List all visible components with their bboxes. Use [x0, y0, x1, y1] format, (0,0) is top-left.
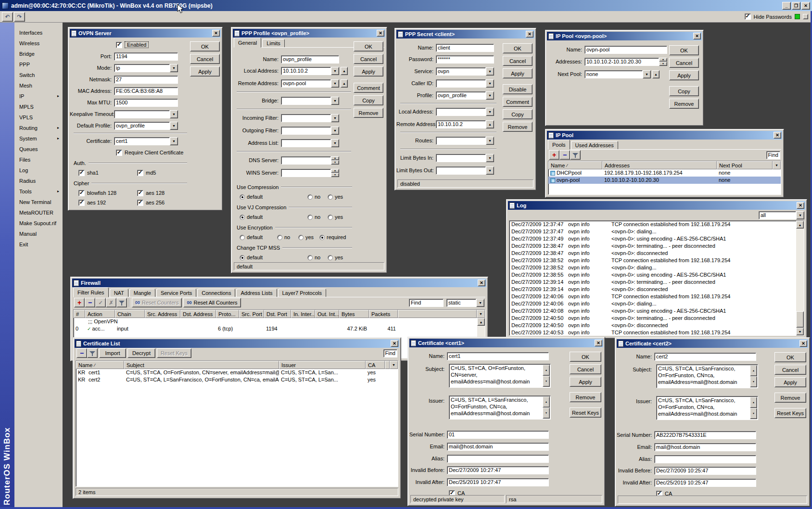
- log-row[interactable]: Dec/27/2009 12:38:55ovpn info<ovpn-0>: u…: [509, 271, 796, 279]
- tab-layer7[interactable]: Layer7 Protocols: [278, 289, 327, 297]
- chevron-down-icon[interactable]: ▼: [643, 70, 651, 78]
- serial-number-input[interactable]: 01: [447, 431, 549, 439]
- spin-down-icon[interactable]: ▼: [331, 160, 339, 165]
- comment-button[interactable]: Comment: [354, 83, 383, 93]
- tab-limits[interactable]: Limits: [262, 39, 285, 48]
- profile-select[interactable]: ovpn_profile: [436, 91, 486, 100]
- collapse-icon[interactable]: ▲: [341, 67, 348, 75]
- spin-down-icon[interactable]: ▼: [659, 62, 667, 66]
- column-selector-icon[interactable]: ▼: [477, 310, 485, 318]
- col-next-pool[interactable]: Next Pool: [717, 161, 773, 169]
- subject-textarea[interactable]: C=US, ST=CA, L=SanFrancisco, O=FortFunst…: [656, 364, 758, 388]
- remote-address-input[interactable]: 10.10.10.2: [436, 120, 486, 128]
- log-row[interactable]: Dec/27/2009 12:40:53ovpn infoTCP connect…: [509, 329, 796, 335]
- dns-server-input[interactable]: [281, 156, 331, 165]
- ip-pool-dialog-titlebar[interactable]: IP Pool <ovpn-pool> ✕: [547, 32, 702, 40]
- tab-service-ports[interactable]: Service Ports: [156, 289, 196, 297]
- tab-general[interactable]: General: [234, 38, 261, 48]
- log-row[interactable]: Dec/27/2009 12:40:06ovpn infoTCP connect…: [509, 293, 796, 300]
- chevron-down-icon[interactable]: ▼: [486, 166, 494, 175]
- ovpn-server-titlebar[interactable]: OVPN Server ✕: [70, 29, 221, 38]
- sidebar-item-exit[interactable]: Exit: [14, 239, 63, 250]
- chevron-down-icon[interactable]: ▼: [331, 114, 339, 122]
- chevron-down-icon[interactable]: ▼: [796, 211, 804, 219]
- spin-down-icon[interactable]: ▼: [543, 407, 550, 419]
- wins-server-input[interactable]: [281, 169, 331, 177]
- col-issuer[interactable]: Issuer: [279, 361, 366, 369]
- use-encryption-required-radio[interactable]: [319, 235, 325, 240]
- ok-button[interactable]: OK: [669, 45, 699, 55]
- apply-button[interactable]: Apply: [774, 377, 806, 387]
- reset-keys-button[interactable]: Reset Keys: [157, 348, 191, 358]
- use-encryption-default-radio[interactable]: [240, 235, 245, 240]
- auth-md5-checkbox[interactable]: [137, 170, 143, 176]
- sidebar-item-queues[interactable]: Queues: [14, 144, 63, 154]
- apply-button[interactable]: Apply: [503, 68, 533, 78]
- log-row[interactable]: Dec/27/2009 12:38:52ovpn infoTCP connect…: [509, 257, 796, 264]
- close-icon[interactable]: ✕: [391, 340, 398, 347]
- pool-row-ovpn-pool[interactable]: ovpn-pool 10.10.10.2-10.10.20.30 none: [548, 177, 781, 184]
- apply-button[interactable]: Apply: [570, 377, 601, 387]
- auth-sha1-checkbox[interactable]: [78, 170, 85, 176]
- name-input[interactable]: ovpn_profile: [281, 55, 339, 64]
- tab-connections[interactable]: Connections: [197, 289, 235, 297]
- change-tcp-mss-default-radio[interactable]: [240, 255, 245, 260]
- col-src-address[interactable]: Src. Address: [145, 310, 180, 318]
- enabled-checkbox[interactable]: [116, 42, 122, 48]
- collapse-icon[interactable]: ▲: [341, 79, 348, 88]
- add-pool-icon[interactable]: +: [549, 150, 559, 160]
- sidebar-item-tools[interactable]: Tools▸: [14, 186, 63, 197]
- close-icon[interactable]: ✕: [478, 280, 485, 286]
- col-protocol[interactable]: Proto...: [216, 310, 239, 318]
- decrypt-button[interactable]: Decrypt: [127, 348, 155, 358]
- col-bytes[interactable]: Bytes: [339, 310, 369, 318]
- col-number[interactable]: #: [74, 310, 85, 318]
- change-tcp-mss-yes-radio[interactable]: [328, 255, 333, 260]
- local-address-select[interactable]: 10.10.10.2: [281, 67, 331, 75]
- maximize-button[interactable]: ❐: [792, 2, 800, 10]
- scroll-up-icon[interactable]: ▲: [796, 221, 804, 229]
- add-rule-icon[interactable]: +: [74, 298, 85, 307]
- spin-up-icon[interactable]: ▲: [543, 365, 550, 376]
- tab-nat[interactable]: NAT: [110, 289, 128, 297]
- routes-select[interactable]: [436, 137, 486, 145]
- issuer-textarea[interactable]: C=US, ST=CA, L=SanFrancisco, O=FortFunst…: [449, 395, 551, 420]
- spin-up-icon[interactable]: ▲: [543, 396, 550, 407]
- name-input[interactable]: ovpn-pool: [584, 46, 667, 54]
- col-ca[interactable]: CA: [366, 361, 385, 369]
- ok-button[interactable]: OK: [354, 41, 383, 51]
- col-addresses[interactable]: Addresses: [602, 161, 717, 169]
- cipher-aes256-checkbox[interactable]: [137, 200, 143, 206]
- chevron-down-icon[interactable]: ▼: [170, 122, 178, 130]
- chevron-down-icon[interactable]: ▼: [170, 64, 178, 72]
- address-list-select[interactable]: [281, 139, 331, 147]
- spin-down-icon[interactable]: ▼: [750, 408, 757, 419]
- remove-button[interactable]: Remove: [503, 122, 533, 132]
- cancel-button[interactable]: Cancel: [354, 54, 383, 64]
- scroll-down-icon[interactable]: ▼: [796, 328, 804, 335]
- outgoing-filter-select[interactable]: [281, 127, 331, 135]
- reset-counters-button[interactable]: 00Reset Counters: [132, 298, 182, 307]
- cancel-button[interactable]: Cancel: [190, 54, 220, 64]
- reset-keys-button[interactable]: Reset Keys: [570, 407, 601, 418]
- col-packets[interactable]: Packets: [369, 310, 398, 318]
- close-icon[interactable]: ✕: [693, 33, 701, 39]
- pool-row-dhcppool[interactable]: DHCPpool 192.168.179.10-192.168.179.254 …: [548, 169, 781, 177]
- ok-button[interactable]: OK: [570, 352, 601, 362]
- close-icon[interactable]: ✕: [526, 31, 533, 38]
- chevron-down-icon[interactable]: ▼: [170, 110, 178, 118]
- limit-bytes-in-select[interactable]: [436, 154, 486, 162]
- alias-input[interactable]: [447, 455, 549, 463]
- log-row[interactable]: Dec/27/2009 12:39:14ovpn info<ovpn-0>: t…: [509, 279, 796, 286]
- sidebar-item-log[interactable]: Log: [14, 165, 63, 176]
- col-dst-port[interactable]: Dst. Port: [264, 310, 291, 318]
- copy-button[interactable]: Copy: [354, 95, 383, 105]
- cipher-aes192-checkbox[interactable]: [78, 200, 85, 206]
- col-name[interactable]: Name⁄: [548, 161, 602, 169]
- use-compression-no-radio[interactable]: [307, 194, 313, 200]
- filter-icon[interactable]: [116, 298, 127, 307]
- spin-up-icon[interactable]: ▲: [750, 365, 757, 376]
- spin-up-icon[interactable]: ▲: [331, 169, 339, 173]
- app-titlebar[interactable]: admin@00:0C:42:70:0C:CC (MikroTik) - Win…: [0, 0, 812, 11]
- chevron-down-icon[interactable]: ▼: [476, 299, 484, 307]
